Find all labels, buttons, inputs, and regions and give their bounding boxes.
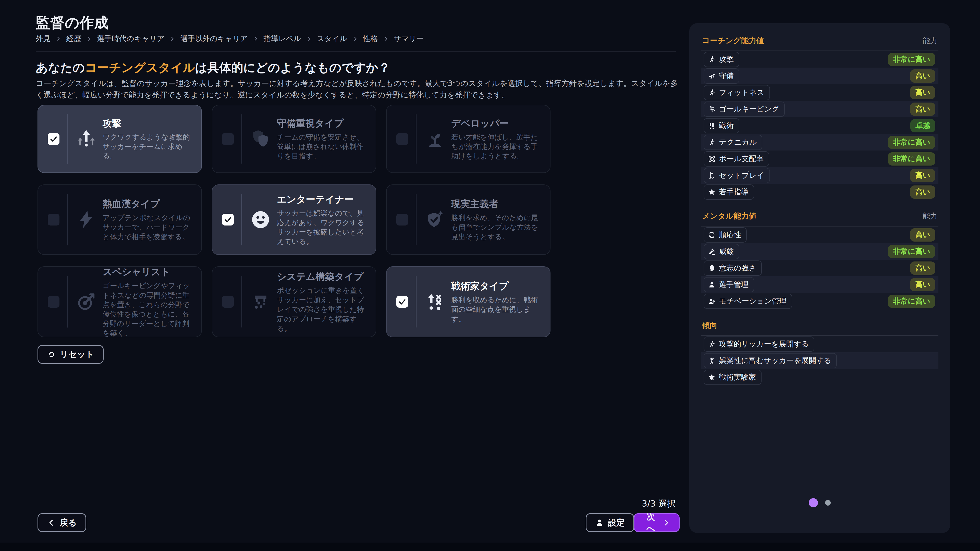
ability-badge: 非常に高い xyxy=(888,53,935,66)
manager-creation-page: 監督の作成 外見 経歴 選手時代のキャリア 選手以外のキャリア 指導レベル スタ… xyxy=(0,0,980,551)
tendency-chip: 攻撃的サッカーを展開する xyxy=(704,337,814,351)
checkbox[interactable] xyxy=(222,133,234,145)
reset-button[interactable]: リセット xyxy=(38,345,103,364)
card-defensive[interactable]: 守備重視タイプ チームの守備を安定させ、簡単には崩されない体制作りを目指す。 xyxy=(212,105,376,173)
check-icon xyxy=(224,215,232,224)
sprout-icon xyxy=(425,129,445,149)
motivation-icon xyxy=(708,297,716,305)
entertainer-player-icon xyxy=(708,357,716,365)
attribute-row: ゴールキーピング 高い xyxy=(701,101,939,118)
card-systems-builder[interactable]: システム構築タイプ ポゼッションに重きを置くサッカーに加え、セットプレイでの強さ… xyxy=(212,266,376,337)
ability-badge: 高い xyxy=(910,69,935,83)
checkbox[interactable] xyxy=(222,296,234,308)
attribute-row: 若手指導 高い xyxy=(701,184,939,200)
attribute-row: 守備 高い xyxy=(701,68,939,84)
checkbox[interactable] xyxy=(396,133,408,145)
adaptability-icon xyxy=(708,231,716,239)
player-management-icon xyxy=(708,281,716,289)
back-button[interactable]: 戻る xyxy=(38,513,86,532)
breadcrumb-item-personality[interactable]: 性格 xyxy=(363,34,378,44)
checkbox[interactable] xyxy=(48,296,59,308)
checkbox[interactable] xyxy=(48,133,59,145)
breadcrumb-item-style[interactable]: スタイル xyxy=(317,34,347,44)
tendency-chip: 娯楽性に富むサッカーを展開する xyxy=(704,354,836,368)
attribute-chip: 意志の強さ xyxy=(704,261,761,275)
breadcrumb-item-coaching-level[interactable]: 指導レベル xyxy=(264,34,301,44)
ability-badge: 高い xyxy=(910,262,935,275)
card-attacking[interactable]: 攻撃 ワクワクするような攻撃的サッカーをチームに求める。 xyxy=(38,105,202,173)
attack-player-icon xyxy=(708,340,716,348)
attribute-chip: 守備 xyxy=(704,69,739,83)
attribute-row: 威厳 非常に高い xyxy=(701,243,939,260)
page-title: 監督の作成 xyxy=(36,13,109,33)
pagination-dot-2[interactable] xyxy=(825,500,831,506)
attribute-row: モチベーション管理 非常に高い xyxy=(701,293,939,310)
tendency-row: 攻撃的サッカーを展開する xyxy=(701,336,939,352)
tendency-list: 攻撃的サッカーを展開する 娯楽性に富むサッカーを展開する 戦術実験家 xyxy=(701,335,939,386)
card-title: 熱血漢タイプ xyxy=(103,198,194,210)
attribute-row: 選手管理 高い xyxy=(701,276,939,293)
attribute-row: 戦術 卓越 xyxy=(701,118,939,134)
authority-gavel-icon xyxy=(708,248,716,256)
card-developer[interactable]: デベロッパー 若い才能を伸ばし、選手たちが潜在能力を発揮する手助けをしようとする… xyxy=(386,105,550,173)
attribute-row: 攻撃 非常に高い xyxy=(701,51,939,68)
pagination-dots xyxy=(809,498,831,507)
card-description: アップテンポなスタイルのサッカーで、ハードワークと体力で相手を凌駕する。 xyxy=(103,213,194,241)
shield-check-icon xyxy=(425,210,445,230)
card-title: システム構築タイプ xyxy=(277,270,369,283)
attribute-chip: 威厳 xyxy=(704,245,739,259)
card-title: 攻撃 xyxy=(103,117,194,130)
ability-badge: 高い xyxy=(910,103,935,116)
card-entertainer[interactable]: エンターテイナー サッカーは娯楽なので、見応えがあり、ワクワクするサッカーを披露… xyxy=(212,184,376,255)
attribute-chip: 攻撃 xyxy=(704,52,739,67)
attribute-row: ボール支配率 非常に高い xyxy=(701,151,939,167)
chevron-right-icon xyxy=(253,36,259,41)
breadcrumb-item-background[interactable]: 経歴 xyxy=(66,34,81,44)
breadcrumb-item-playing-career[interactable]: 選手時代のキャリア xyxy=(97,34,164,44)
card-description: ゴールキーピングやフィットネスなどの専門分野に重点を置き、これらの分野で優位性を… xyxy=(103,281,194,338)
breadcrumb-item-summary[interactable]: サマリー xyxy=(394,34,424,44)
tendencies-section-header: 傾向 xyxy=(701,320,939,335)
smiley-icon xyxy=(250,210,271,230)
attribute-chip: 選手管理 xyxy=(704,278,754,292)
checkbox[interactable] xyxy=(222,214,234,225)
youth-star-icon xyxy=(708,188,716,196)
checkbox[interactable] xyxy=(396,214,408,225)
tendency-row: 戦術実験家 xyxy=(701,369,939,386)
mental-attribute-list: 順応性 高い 威厳 非常に高い 意志の強さ 高い 選手管理 高い モチベーション… xyxy=(701,226,939,310)
attribute-chip: ボール支配率 xyxy=(704,152,769,166)
pagination-dot-1[interactable] xyxy=(809,498,818,507)
attack-player-icon xyxy=(708,56,716,63)
attribute-row: 意志の強さ 高い xyxy=(701,260,939,276)
checkbox[interactable] xyxy=(396,296,408,308)
ability-badge: 非常に高い xyxy=(888,295,935,308)
next-button[interactable]: 次へ xyxy=(634,513,679,532)
card-description: 勝利を求め、そのために最も簡単でシンプルな方法を見出そうとする。 xyxy=(451,213,543,241)
settings-button[interactable]: 設定 xyxy=(586,513,634,532)
card-description: チームの守備を安定させ、簡単には崩されない体制作りを目指す。 xyxy=(277,132,369,161)
section-title: コーチング能力値 xyxy=(702,35,764,46)
card-description: サッカーは娯楽なので、見応えがあり、ワクワクするサッカーを披露したいと考えている… xyxy=(277,208,369,246)
checkbox[interactable] xyxy=(48,214,59,225)
attack-arrows-icon xyxy=(76,129,97,149)
ability-badge: 高い xyxy=(910,86,935,99)
card-firebrand[interactable]: 熱血漢タイプ アップテンポなスタイルのサッカーで、ハードワークと体力で相手を凌駕… xyxy=(38,184,202,255)
attribute-row: テクニカル 非常に高い xyxy=(701,134,939,151)
chevron-right-icon xyxy=(86,36,92,41)
card-specialist[interactable]: スペシャリスト ゴールキーピングやフィットネスなどの専門分野に重点を置き、これら… xyxy=(38,266,202,337)
breadcrumb-item-non-playing-career[interactable]: 選手以外のキャリア xyxy=(180,34,248,44)
chevron-right-icon xyxy=(352,36,358,41)
ability-badge: 高い xyxy=(910,169,935,182)
breadcrumb-item-appearance[interactable]: 外見 xyxy=(36,34,51,44)
tendency-row: 娯楽性に富むサッカーを展開する xyxy=(701,352,939,369)
card-tactician[interactable]: 戦術家タイプ 勝利を収めるために、戦術面の些細な点を重視します。 xyxy=(386,266,550,337)
card-realist[interactable]: 現実主義者 勝利を求め、そのために最も簡単でシンプルな方法を見出そうとする。 xyxy=(386,184,550,255)
attribute-chip: 若手指導 xyxy=(704,185,754,199)
card-description: ワクワクするような攻撃的サッカーをチームに求める。 xyxy=(103,132,194,161)
target-arrow-icon xyxy=(76,292,97,312)
breadcrumb: 外見 経歴 選手時代のキャリア 選手以外のキャリア 指導レベル スタイル 性格 … xyxy=(36,34,424,44)
lightning-icon xyxy=(76,210,97,230)
ability-column-header: 能力 xyxy=(923,211,937,221)
card-title: スペシャリスト xyxy=(103,265,194,278)
question-highlight: コーチングスタイル xyxy=(85,60,195,75)
